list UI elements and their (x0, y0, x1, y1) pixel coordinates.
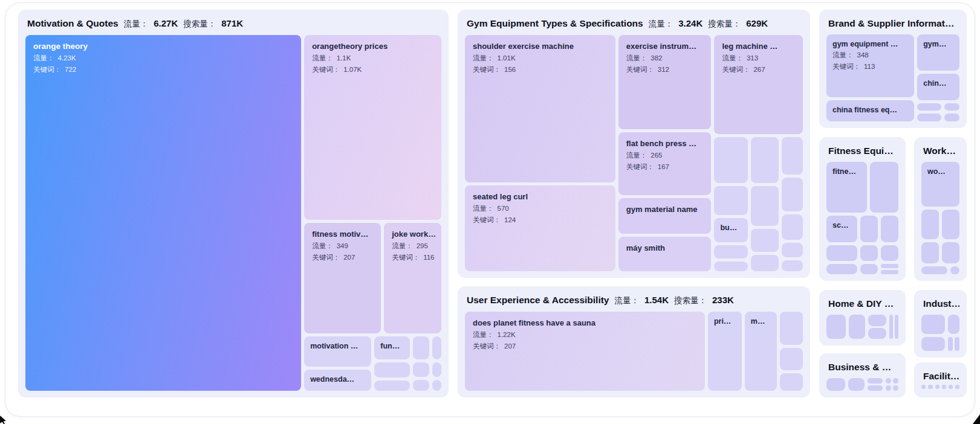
treemap-block[interactable] (895, 315, 898, 339)
treemap-block[interactable] (955, 385, 959, 389)
treemap-block[interactable] (942, 385, 946, 389)
treemap-block[interactable] (374, 381, 410, 391)
treemap-block-gym-material-name[interactable]: gym material name (618, 198, 712, 234)
treemap-block[interactable] (889, 315, 893, 339)
treemap-block[interactable] (751, 255, 778, 271)
treemap-block[interactable] (950, 266, 959, 274)
treemap-block[interactable] (935, 385, 939, 389)
treemap-block[interactable] (780, 373, 803, 391)
treemap-block-seated-leg-curl[interactable]: seated leg curl 流量：570 关键词：124 (465, 185, 615, 271)
treemap-block[interactable] (751, 229, 778, 252)
treemap-block[interactable] (826, 315, 846, 339)
treemap-block[interactable] (780, 312, 803, 345)
block-title: chin… (917, 74, 959, 89)
treemap-block[interactable] (942, 210, 959, 239)
treemap-block[interactable] (848, 378, 865, 391)
treemap-block[interactable] (868, 385, 883, 391)
treemap-group (917, 103, 959, 121)
treemap-block-m[interactable]: m… (745, 312, 777, 391)
treemap-block[interactable] (432, 380, 441, 391)
treemap-block-fitness-motivation[interactable]: fitness motiv… 流量：349 关键词：207 (304, 223, 381, 333)
treemap-block[interactable] (893, 378, 898, 384)
treemap-block[interactable] (780, 348, 803, 370)
treemap-block[interactable] (881, 270, 898, 274)
treemap-block[interactable] (860, 216, 878, 243)
treemap-block-may-smith[interactable]: máy smith (618, 237, 712, 271)
treemap-block-gym[interactable]: gym… (917, 34, 959, 71)
treemap-block-fun[interactable]: fun… (374, 336, 410, 359)
treemap-block[interactable] (921, 242, 939, 263)
treemap-block[interactable] (870, 162, 898, 213)
treemap-block[interactable] (881, 245, 898, 261)
treemap-block[interactable] (886, 385, 891, 391)
treemap-block[interactable] (921, 337, 945, 351)
treemap-block-wednesday[interactable]: wednesda… (304, 370, 371, 391)
treemap-block-sc[interactable]: sc… (826, 216, 857, 243)
treemap-group: motivation … wednesda… (304, 336, 371, 391)
treemap-block[interactable] (826, 378, 845, 391)
treemap-group (751, 137, 778, 271)
treemap-block[interactable] (921, 385, 926, 389)
treemap-block[interactable] (881, 264, 898, 268)
treemap-block[interactable] (714, 262, 748, 271)
treemap-block[interactable] (782, 178, 803, 211)
treemap-block[interactable] (868, 315, 886, 326)
treemap-block[interactable] (921, 266, 947, 274)
treemap-block-wo[interactable]: wo… (921, 162, 959, 207)
treemap-block-bu[interactable]: bu… (714, 218, 748, 242)
treemap-block-planet-fitness-sauna[interactable]: does planet fitness have a sauna 流量：1.22… (465, 312, 705, 391)
treemap-block[interactable] (949, 385, 953, 389)
treemap-block[interactable] (826, 264, 857, 274)
treemap-block-leg-machine[interactable]: leg machine … 流量：313 关键词：267 (714, 35, 803, 134)
treemap-block-chin[interactable]: chin… (917, 74, 959, 100)
treemap-block[interactable] (432, 362, 441, 377)
treemap-block[interactable] (432, 336, 441, 359)
treemap-block-gym-equipment[interactable]: gym equipment … 流量：348 关键词：113 (826, 34, 914, 97)
treemap-block-motivation[interactable]: motivation … (304, 336, 371, 367)
treemap-block[interactable] (948, 337, 953, 351)
treemap-block[interactable] (826, 245, 857, 261)
treemap-block-china-fitness-eq[interactable]: china fitness eq… (826, 100, 914, 121)
treemap-block[interactable] (860, 264, 878, 274)
treemap-block[interactable] (893, 385, 898, 391)
treemap-block[interactable] (782, 243, 803, 257)
treemap-block[interactable] (948, 315, 959, 334)
treemap-block-flat-bench-press[interactable]: flat bench press … 流量：265 关键词：167 (618, 132, 712, 195)
treemap-block[interactable] (751, 137, 778, 182)
treemap-block[interactable] (714, 245, 748, 259)
treemap-block[interactable] (782, 214, 803, 240)
treemap-block[interactable] (921, 210, 939, 239)
treemap-block[interactable] (860, 245, 878, 261)
treemap-block[interactable] (374, 362, 410, 377)
treemap-block[interactable] (928, 385, 932, 389)
treemap-block[interactable] (886, 378, 891, 384)
treemap-block[interactable] (917, 103, 941, 111)
treemap-block[interactable] (917, 114, 941, 121)
treemap-block[interactable] (868, 378, 883, 384)
treemap-group: fitness motiv… 流量：349 关键词：207 joke work…… (304, 223, 441, 333)
treemap-block-orangetheory-prices[interactable]: orangetheory prices 流量：1.1K 关键词：1.07K (304, 35, 441, 220)
treemap-block-joke-workout[interactable]: joke work… 流量：295 关键词：116 (384, 223, 441, 333)
treemap-block[interactable] (944, 114, 959, 121)
treemap-block[interactable] (849, 315, 865, 339)
treemap-block[interactable] (921, 315, 945, 334)
treemap-block[interactable] (881, 216, 898, 243)
treemap-block[interactable] (942, 242, 959, 263)
treemap-block-pri[interactable]: pri… (708, 312, 742, 391)
treemap-block-shoulder-exercise-machine[interactable]: shoulder exercise machine 流量：1.01K 关键词：1… (465, 35, 615, 182)
treemap-block[interactable] (714, 186, 748, 216)
treemap-block[interactable] (413, 380, 429, 391)
treemap-block[interactable] (782, 137, 803, 175)
treemap-block-exercise-instruments[interactable]: exercise instrum… 流量：382 关键词：312 (618, 35, 712, 129)
treemap-block[interactable] (413, 362, 429, 377)
treemap-block[interactable] (782, 260, 803, 271)
treemap-block[interactable] (751, 186, 778, 226)
treemap-block[interactable] (944, 103, 959, 111)
treemap-block[interactable] (955, 337, 959, 351)
treemap-block-fitne[interactable]: fitne… (826, 162, 867, 213)
treemap-block-orange-theory[interactable]: orange theory 流量：4.23K 关键词：722 (25, 35, 301, 391)
treemap-block[interactable] (413, 336, 429, 359)
category-panel-business: Business & … (819, 353, 906, 397)
treemap-block[interactable] (714, 137, 748, 182)
treemap-block[interactable] (868, 328, 886, 339)
